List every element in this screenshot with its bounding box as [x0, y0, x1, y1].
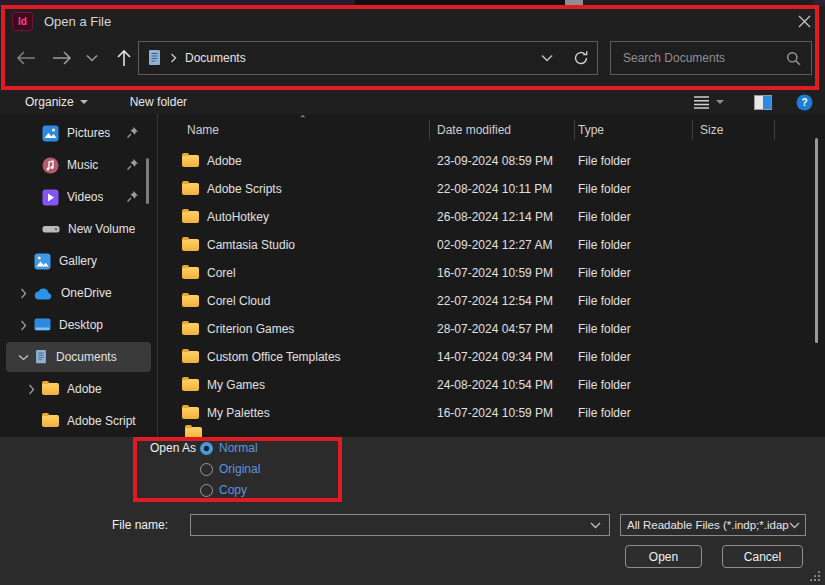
radio-selected-icon[interactable] — [200, 442, 213, 455]
radio-icon[interactable] — [200, 484, 213, 497]
recent-locations-chevron-icon[interactable] — [82, 54, 102, 62]
folder-icon — [182, 155, 199, 167]
sidebar-item-videos[interactable]: Videos — [6, 182, 151, 212]
svg-text:?: ? — [801, 97, 807, 108]
folder-icon — [182, 407, 199, 419]
sidebar-item-desktop[interactable]: Desktop — [6, 310, 151, 340]
file-row-corel[interactable]: Corel 16-07-2024 10:59 PM File folder — [157, 259, 825, 287]
help-button[interactable]: ? — [796, 94, 813, 111]
search-input[interactable] — [621, 50, 786, 66]
column-header-date-modified[interactable]: Date modified — [430, 120, 575, 140]
file-list-scrollbar[interactable] — [815, 138, 818, 343]
collapse-chevron-icon[interactable] — [12, 354, 34, 361]
close-icon[interactable] — [791, 9, 817, 33]
pictures-icon — [42, 125, 59, 142]
file-type-dropdown-chevron-icon[interactable] — [789, 522, 800, 529]
background-window-edge — [0, 0, 355, 6]
file-rows: Adobe 23-09-2024 08:59 PM File folder Ad… — [157, 147, 825, 427]
file-name-dropdown-chevron-icon[interactable] — [590, 522, 601, 529]
sidebar-item-gallery[interactable]: Gallery — [6, 246, 151, 276]
background-window-edge — [565, 0, 583, 5]
radio-icon[interactable] — [200, 463, 213, 476]
sidebar-item-adobe-script[interactable]: Adobe Script — [6, 406, 151, 436]
open-as-option-label: Original — [219, 462, 260, 476]
file-row-corel-cloud[interactable]: Corel Cloud 22-07-2024 12:54 PM File fol… — [157, 287, 825, 315]
expand-chevron-icon[interactable] — [12, 320, 34, 331]
sidebar-item-adobe[interactable]: Adobe — [6, 374, 151, 404]
folder-icon — [42, 383, 59, 395]
file-row-adobe-scripts[interactable]: Adobe Scripts 22-08-2024 10:11 PM File f… — [157, 175, 825, 203]
folder-icon — [182, 351, 199, 363]
breadcrumb-current-folder[interactable]: Documents — [185, 51, 246, 65]
folder-icon-partial-row[interactable] — [185, 427, 202, 437]
open-as-option-normal[interactable]: Normal — [200, 441, 258, 455]
videos-icon — [42, 189, 59, 206]
sidebar-item-pictures[interactable]: Pictures — [6, 118, 151, 148]
help-icon: ? — [796, 94, 813, 111]
navigation-bar: Documents — [0, 38, 825, 78]
sidebar-item-music[interactable]: Music — [6, 150, 151, 180]
file-row-adobe[interactable]: Adobe 23-09-2024 08:59 PM File folder — [157, 147, 825, 175]
pin-icon — [126, 126, 139, 139]
file-type-select[interactable]: All Readable Files (*.indp;*.idap — [620, 514, 806, 536]
open-as-option-label: Copy — [219, 483, 247, 497]
open-as-label: Open As — [140, 441, 196, 455]
cancel-button[interactable]: Cancel — [722, 545, 803, 568]
search-icon — [786, 51, 801, 66]
organize-button[interactable]: Organize — [25, 95, 88, 109]
sidebar-item-new-volume[interactable]: New Volume — [6, 214, 151, 244]
file-row-custom-office-templates[interactable]: Custom Office Templates 14-07-2024 09:34… — [157, 343, 825, 371]
preview-pane-button[interactable] — [754, 95, 772, 110]
sidebar-scrollbar[interactable] — [146, 158, 149, 204]
expand-chevron-icon[interactable] — [20, 384, 42, 395]
onedrive-icon — [34, 287, 53, 300]
column-header-spacer — [775, 120, 825, 140]
address-bar[interactable]: Documents — [138, 41, 598, 75]
refresh-icon[interactable] — [573, 50, 589, 66]
file-row-camtasia-studio[interactable]: Camtasia Studio 02-09-2024 12:27 AM File… — [157, 231, 825, 259]
sidebar-item-onedrive[interactable]: OneDrive — [6, 278, 151, 308]
file-row-criterion-games[interactable]: Criterion Games 28-07-2024 04:57 PM File… — [157, 315, 825, 343]
file-row-autohotkey[interactable]: AutoHotkey 26-08-2024 12:14 PM File fold… — [157, 203, 825, 231]
file-name-input[interactable] — [191, 518, 590, 532]
up-icon[interactable] — [112, 49, 136, 67]
view-mode-caret-icon — [716, 100, 724, 104]
folder-icon — [182, 379, 199, 391]
file-type-selected-value: All Readable Files (*.indp;*.idap — [627, 519, 789, 531]
window-title: Open a File — [44, 14, 111, 29]
resize-grip[interactable] — [809, 570, 820, 581]
gallery-icon — [34, 253, 51, 270]
sidebar-item-label: New Volume — [68, 222, 135, 236]
title-bar: Id Open a File — [0, 7, 825, 35]
open-as-option-original[interactable]: Original — [200, 462, 260, 476]
documents-icon — [34, 349, 48, 365]
file-row-my-palettes[interactable]: My Palettes 16-07-2024 10:59 PM File fol… — [157, 399, 825, 427]
organize-label: Organize — [25, 95, 74, 109]
music-icon — [42, 157, 59, 174]
address-dropdown-chevron-icon[interactable] — [541, 54, 553, 62]
dialog-toolbar: Organize New folder ? — [0, 90, 825, 114]
open-as-option-label: Normal — [219, 441, 258, 455]
open-as-option-copy[interactable]: Copy — [200, 483, 247, 497]
sidebar-item-documents[interactable]: Documents — [6, 342, 151, 372]
file-row-my-games[interactable]: My Games 24-08-2024 10:54 PM File folder — [157, 371, 825, 399]
forward-icon[interactable] — [50, 51, 74, 65]
column-header-type[interactable]: Type — [575, 120, 693, 140]
background-window-edge — [813, 0, 825, 6]
breadcrumb[interactable]: Documents — [147, 49, 246, 67]
column-header-name[interactable]: Name ⌃ — [157, 120, 430, 140]
file-name-combobox[interactable] — [190, 514, 610, 536]
organize-dropdown-caret-icon — [80, 100, 88, 104]
expand-chevron-icon[interactable] — [12, 288, 34, 299]
background-window-edge — [583, 0, 813, 6]
search-box[interactable] — [610, 41, 812, 75]
open-button[interactable]: Open — [625, 545, 702, 568]
desktop-icon — [34, 318, 51, 333]
back-icon[interactable] — [14, 51, 38, 65]
column-header-size[interactable]: Size — [693, 120, 775, 140]
dialog-footer: Open As Normal Original Copy File name: … — [0, 437, 825, 585]
sidebar-item-label: Music — [67, 158, 98, 172]
new-folder-button[interactable]: New folder — [130, 95, 187, 109]
view-mode-button[interactable] — [693, 95, 724, 109]
sidebar: Pictures Music — [0, 114, 157, 437]
